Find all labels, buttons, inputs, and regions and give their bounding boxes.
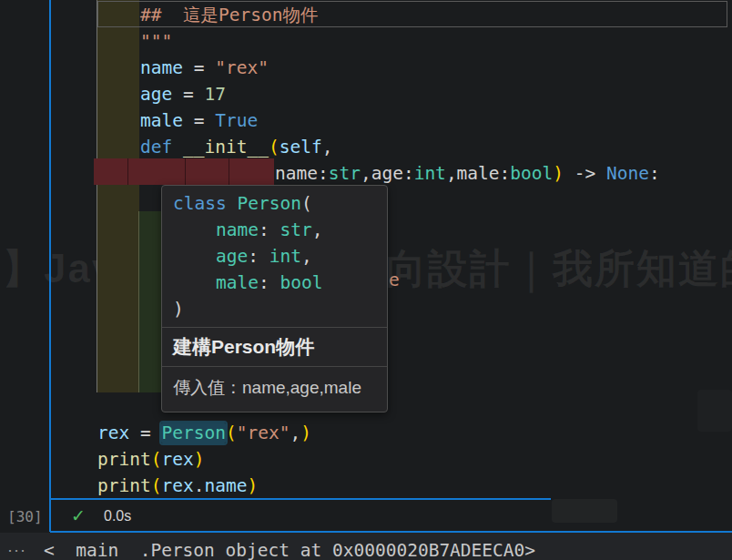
code-token: = [129,423,161,443]
code-token: = [183,57,215,78]
code-token: name [204,475,247,496]
code-token: ( [226,423,237,443]
code-token: rex [161,449,193,470]
code-token: "rex" [215,57,269,78]
success-check-icon: ✓ [71,505,86,526]
code-token: self [280,137,322,158]
signature-line: age: int, [173,243,376,270]
code-token: ( [151,449,162,470]
code-token: ) [194,449,205,470]
notebook-editor: 】Javascript物件導向設計｜我所知道的物件 ## 這是Person物件"… [0,0,732,560]
code-token: : [649,163,660,184]
code-token: , [290,423,300,443]
code-token: Person [237,193,300,214]
code-token: : [259,219,280,240]
signature-line: male: bool [173,270,376,296]
code-token [173,219,216,240]
code-token: e [389,270,400,290]
code-line[interactable]: """ [140,28,172,55]
code-token: str [329,163,361,184]
code-token: age [140,84,172,105]
code-token: ,age: [361,163,414,184]
code-token: ( [269,137,280,158]
code-line[interactable]: def __init__(self, [140,134,332,160]
code-token: print [97,449,151,470]
code-token: ,male: [446,163,510,184]
output-text: <__main__.Person object at 0x0000020B7AD… [44,540,535,560]
tooltip-signature: class Person( name: str, age: int, male:… [162,186,387,327]
code-line[interactable]: age = 17 [140,81,226,107]
code-line[interactable]: print(rex.name) [97,473,258,499]
code-token: int [414,163,446,184]
code-token: name: [275,163,329,184]
code-token: __init__ [183,137,269,158]
code-token: , [322,137,333,158]
indent-guide-edge [97,0,97,392]
code-token: : [259,272,280,293]
code-token: , [301,246,312,267]
code-token: """ [140,31,172,52]
code-token: rex [97,423,129,443]
ghost-overlay-buttons [552,499,617,523]
code-token [173,246,216,267]
code-token: str [280,219,311,240]
code-token [172,137,183,158]
code-token: name [216,219,259,240]
code-token: print [97,475,151,496]
code-token: = [183,110,215,131]
cell-focus-border-left [49,0,51,532]
code-token: ) [300,423,311,443]
code-token: True [215,110,258,131]
tooltip-heading: 建構Person物件 [162,327,387,366]
execution-time: 0.0s [104,508,131,524]
output-actions-icon[interactable]: ··· [7,541,26,560]
code-token: ) [173,299,184,320]
code-token: None [606,163,649,184]
code-token: int [269,246,301,267]
code-token: 17 [204,84,225,105]
code-token: bool [510,163,553,184]
current-line-highlight [97,1,727,27]
code-token: male [216,272,259,293]
code-line[interactable]: rex = Person("rex",) [97,420,311,446]
signature-line: name: str, [173,217,376,243]
code-token: . [194,475,205,496]
code-token: name [140,57,183,78]
code-token: ( [301,193,312,214]
cell-bottom-border [50,531,732,533]
code-token [173,272,216,293]
execution-count: [30] [7,508,43,525]
word-highlight: Person [161,423,225,443]
code-line[interactable]: male = True [140,107,258,134]
indent-error-blocks [94,158,274,185]
code-token: age [216,246,248,267]
code-token: class [173,193,227,214]
editor-bottom-border [50,498,551,500]
code-token: male [140,110,183,131]
hover-tooltip[interactable]: class Person( name: str, age: int, male:… [161,185,388,412]
code-token: = [172,84,204,105]
code-token [227,193,238,214]
code-token: def [140,137,172,158]
code-token: -> [564,163,606,184]
ghost-overlay-corner [697,390,732,432]
code-token: ( [151,475,162,496]
code-line[interactable]: name:str,age:int,male:bool) -> None: [275,160,660,187]
code-token: ) [553,163,564,184]
indent-guide-level1 [97,185,139,392]
code-token: ) [247,475,258,496]
signature-line: ) [173,296,376,322]
code-line[interactable]: print(rex) [97,446,204,473]
code-token: , [312,219,323,240]
tooltip-detail: 傳入值：name,age,male [162,366,387,412]
indent-guide-edge [138,211,139,392]
code-token: bool [280,272,322,293]
code-token: "rex" [237,423,290,443]
code-line[interactable]: e [389,267,400,293]
code-token: : [248,246,269,267]
code-token: rex [161,475,193,496]
signature-line: class Person( [173,190,376,217]
code-line[interactable]: name = "rex" [140,55,269,81]
